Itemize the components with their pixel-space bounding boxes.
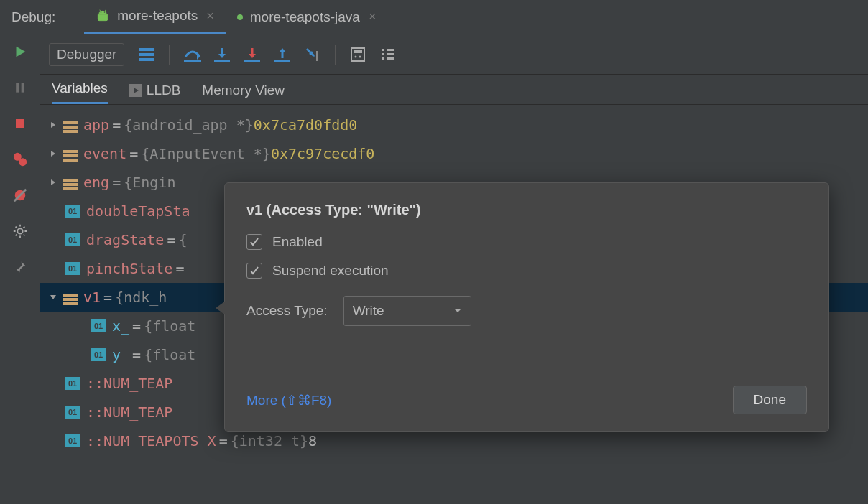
variable-name: pinchState — [86, 260, 172, 277]
stop-button[interactable] — [10, 113, 30, 134]
primitive-icon: 01 — [91, 319, 106, 332]
svg-rect-13 — [184, 60, 201, 62]
primitive-icon: 01 — [65, 406, 80, 419]
watchpoint-popup: v1 (Access Type: "Write") Enabled Suspen… — [224, 182, 829, 432]
equals-sign: = — [112, 116, 121, 134]
svg-rect-38 — [63, 298, 78, 301]
chevron-down-icon[interactable] — [46, 294, 60, 301]
resume-button[interactable] — [10, 42, 30, 62]
evaluate-icon[interactable] — [350, 47, 366, 62]
equals-sign: = — [167, 231, 175, 248]
chevron-right-icon[interactable] — [46, 150, 60, 157]
subtab-memory-view[interactable]: Memory View — [202, 83, 285, 104]
svg-rect-31 — [63, 150, 78, 153]
tab-label: more-teapots — [117, 8, 198, 24]
done-button[interactable]: Done — [733, 386, 807, 414]
struct-icon — [63, 119, 78, 131]
chevron-down-icon — [453, 303, 462, 319]
struct-icon — [63, 291, 78, 303]
step-over-icon[interactable] — [184, 47, 200, 62]
close-icon[interactable]: × — [206, 9, 214, 24]
equals-sign: = — [132, 317, 141, 335]
access-type-select[interactable]: Write — [343, 296, 471, 326]
step-into-icon[interactable] — [214, 47, 230, 62]
equals-sign: = — [219, 432, 228, 449]
variable-row[interactable]: event = {AInputEvent *} 0x7c97cecdf0 — [40, 139, 868, 168]
debugger-dropdown[interactable]: Debugger — [49, 43, 124, 66]
svg-rect-11 — [139, 53, 154, 56]
variable-value: 0x7c97cecdf0 — [271, 145, 375, 162]
svg-rect-25 — [387, 49, 394, 51]
variable-name: app — [83, 116, 109, 134]
svg-rect-28 — [63, 121, 78, 124]
left-toolbar — [0, 34, 40, 504]
svg-rect-17 — [316, 51, 318, 61]
mute-breakpoints-button[interactable] — [10, 185, 30, 205]
run-to-cursor-icon[interactable] — [305, 47, 320, 62]
primitive-icon: 01 — [65, 434, 80, 447]
struct-icon — [63, 177, 78, 188]
svg-rect-4 — [16, 119, 24, 128]
variable-type: {float — [144, 317, 195, 335]
trace-icon[interactable] — [380, 47, 396, 62]
variable-value: 0x7ca7d0fdd0 — [254, 116, 358, 134]
primitive-icon: 01 — [65, 262, 80, 275]
svg-rect-10 — [139, 48, 154, 51]
force-step-into-icon[interactable] — [244, 47, 260, 62]
variable-type: { — [178, 231, 187, 248]
close-icon[interactable]: × — [369, 9, 377, 24]
svg-rect-26 — [387, 53, 394, 55]
svg-rect-15 — [244, 60, 260, 62]
subtab-variables[interactable]: Variables — [52, 80, 108, 104]
svg-rect-36 — [63, 187, 78, 190]
svg-rect-23 — [382, 53, 384, 55]
variable-name: ::NUM_TEAP — [86, 403, 172, 421]
svg-rect-3 — [21, 83, 24, 92]
svg-rect-29 — [63, 126, 78, 129]
chevron-right-icon[interactable] — [46, 121, 60, 129]
subtab-lldb[interactable]: LLDB — [129, 83, 181, 104]
variable-name: dragState — [86, 231, 164, 248]
svg-rect-33 — [63, 159, 78, 162]
variable-type: {float — [144, 346, 195, 363]
debugger-toolbar: Debugger — [40, 34, 868, 75]
primitive-icon: 01 — [91, 348, 106, 361]
suspend-checkbox[interactable] — [246, 263, 262, 279]
pause-button[interactable] — [10, 78, 30, 98]
tab-more-teapots-java[interactable]: more-teapots-java × — [226, 0, 388, 34]
breakpoints-button[interactable] — [10, 149, 30, 169]
step-out-icon[interactable] — [274, 47, 290, 62]
suspend-label: Suspend execution — [272, 263, 389, 279]
variable-row[interactable]: app = {android_app *} 0x7ca7d0fdd0 — [40, 111, 868, 139]
enabled-checkbox[interactable] — [246, 234, 262, 250]
chevron-right-icon[interactable] — [46, 179, 60, 186]
variable-value: 8 — [308, 432, 317, 449]
svg-rect-27 — [387, 57, 394, 60]
variable-type: {ndk_h — [115, 289, 167, 306]
svg-rect-19 — [354, 50, 362, 53]
variable-type: {AInputEvent *} — [141, 145, 271, 162]
tab-more-teapots[interactable]: more-teapots × — [84, 0, 225, 34]
android-icon — [96, 9, 110, 23]
equals-sign: = — [129, 145, 138, 162]
equals-sign: = — [112, 174, 121, 191]
svg-rect-2 — [16, 83, 19, 92]
pin-button[interactable] — [10, 257, 30, 277]
svg-rect-34 — [63, 179, 78, 182]
svg-point-0 — [101, 11, 102, 13]
threads-icon[interactable] — [139, 47, 154, 62]
access-type-label: Access Type: — [246, 303, 328, 319]
svg-point-6 — [19, 158, 27, 166]
variable-type: {Engin — [124, 174, 175, 191]
popup-tail — [216, 301, 226, 315]
struct-icon — [63, 148, 78, 159]
svg-rect-24 — [382, 57, 384, 60]
svg-rect-12 — [139, 58, 154, 61]
enabled-label: Enabled — [272, 234, 323, 250]
svg-point-9 — [17, 228, 22, 233]
panel-title: Debug: — [11, 9, 55, 25]
more-link[interactable]: More (⇧⌘F8) — [246, 392, 331, 409]
variable-name: event — [83, 145, 126, 162]
svg-point-1 — [104, 11, 106, 13]
settings-button[interactable] — [10, 221, 30, 241]
